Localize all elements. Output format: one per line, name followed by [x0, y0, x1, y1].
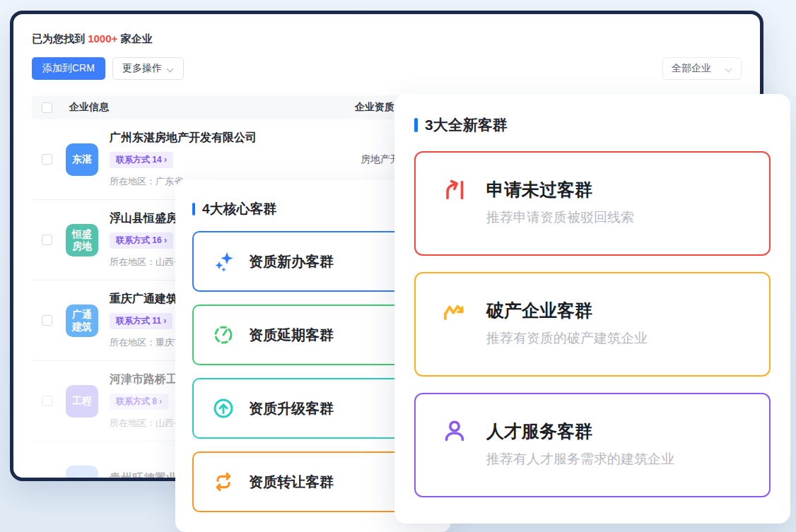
group-card-bankrupt-companies[interactable]: 破产企业客群 推荐有资质的破产建筑企业 [414, 272, 771, 377]
contacts-badge[interactable]: 联系方式 11 › [110, 313, 172, 329]
group-label: 人才服务客群 [486, 418, 674, 444]
group-label: 资质延期客群 [249, 326, 334, 345]
deadline-clock-icon [213, 324, 234, 345]
company-name: 广州东湛房地产开发有限公司 [110, 131, 257, 146]
toolbar: 添加到CRM 更多操作 全部企业 [32, 57, 742, 80]
more-actions-button[interactable]: 更多操作 [112, 57, 184, 80]
chevron-down-icon [167, 65, 174, 72]
row-checkbox[interactable] [42, 477, 52, 482]
row-checkbox[interactable] [42, 154, 52, 165]
upgrade-arrow-icon [213, 398, 234, 419]
group-card-rejected-applications[interactable]: 申请未过客群 推荐申请资质被驳回线索 [414, 151, 771, 256]
new-card-header: 3大全新客群 [414, 115, 771, 135]
add-to-crm-button[interactable]: 添加到CRM [32, 57, 105, 80]
company-cell: 贵州旺德置业 [110, 471, 177, 481]
company-filter-select[interactable]: 全部企业 [662, 57, 742, 80]
company-cell: 广州东湛房地产开发有限公司 联系方式 14 › 所在地区：广东省 [110, 131, 257, 188]
group-card-talent-services[interactable]: 人才服务客群 推荐有人才服务需求的建筑企业 [414, 393, 771, 497]
company-avatar: 东湛 [66, 143, 98, 176]
chevron-down-icon [725, 65, 732, 72]
row-checkbox[interactable] [42, 235, 52, 245]
contacts-badge[interactable]: 联系方式 8 › [110, 394, 168, 410]
company-region: 所在地区：山西省 [110, 417, 183, 430]
group-label: 资质转让客群 [249, 473, 334, 492]
result-count: 1000+ [88, 32, 117, 45]
company-region: 所在地区：山西省 [110, 256, 183, 268]
company-name: 浮山县恒盛房 [110, 211, 183, 226]
company-avatar: 工程 [66, 385, 98, 418]
select-all-checkbox[interactable] [42, 102, 52, 113]
group-label: 资质升级客群 [249, 399, 334, 418]
group-text: 破产企业客群 推荐有资质的破产建筑企业 [486, 297, 648, 348]
column-company-info: 企业信息 [69, 101, 109, 114]
new-card-title: 3大全新客群 [425, 115, 508, 135]
result-summary-prefix: 已为您找到 [32, 32, 88, 45]
contacts-badge[interactable]: 联系方式 14 › [110, 152, 173, 168]
company-avatar: 旺德 [66, 466, 98, 481]
row-checkbox[interactable] [42, 315, 52, 326]
sparkles-icon [213, 251, 234, 272]
new-groups-card: 3大全新客群 申请未过客群 推荐申请资质被驳回线索 破产企业客群 推荐有资质的破… [394, 94, 790, 524]
title-accent-bar [414, 118, 418, 132]
more-actions-label: 更多操作 [122, 62, 162, 75]
group-label: 资质新办客群 [249, 252, 334, 271]
group-text: 申请未过客群 推荐申请资质被驳回线索 [486, 177, 634, 227]
row-checkbox[interactable] [42, 396, 52, 406]
company-name: 重庆广通建筑 [110, 292, 183, 307]
bankruptcy-trend-icon [441, 297, 468, 324]
transfer-arrows-icon [213, 471, 234, 492]
contacts-badge[interactable]: 联系方式 16 › [110, 232, 173, 249]
group-description: 推荐申请资质被驳回线索 [486, 208, 634, 227]
company-avatar: 广通建筑 [66, 305, 98, 337]
group-description: 推荐有人才服务需求的建筑企业 [486, 450, 674, 468]
group-description: 推荐有资质的破产建筑企业 [486, 329, 648, 348]
group-label: 破产企业客群 [486, 297, 648, 323]
group-text: 人才服务客群 推荐有人才服务需求的建筑企业 [486, 418, 674, 468]
company-cell: 河津市路桥工 联系方式 8 › 所在地区：山西省 [110, 372, 183, 430]
company-cell: 重庆广通建筑 联系方式 11 › 所在地区：重庆市 [110, 292, 183, 349]
talent-person-icon [441, 418, 468, 445]
company-name: 河津市路桥工 [110, 372, 183, 387]
company-avatar: 恒盛房地 [66, 224, 98, 256]
company-region: 所在地区：重庆市 [110, 336, 183, 349]
company-filter-value: 全部企业 [672, 62, 711, 75]
result-summary: 已为您找到 1000+ 家企业 [32, 32, 742, 46]
result-summary-suffix: 家企业 [117, 32, 152, 45]
title-accent-bar [192, 203, 195, 215]
core-card-title: 4大核心客群 [202, 200, 277, 218]
company-name: 贵州旺德置业 [110, 471, 177, 481]
company-cell: 浮山县恒盛房 联系方式 16 › 所在地区：山西省 [110, 211, 183, 268]
group-label: 申请未过客群 [486, 177, 634, 202]
column-qualification: 企业资质 [355, 101, 394, 114]
rejected-arrow-icon [441, 177, 468, 203]
